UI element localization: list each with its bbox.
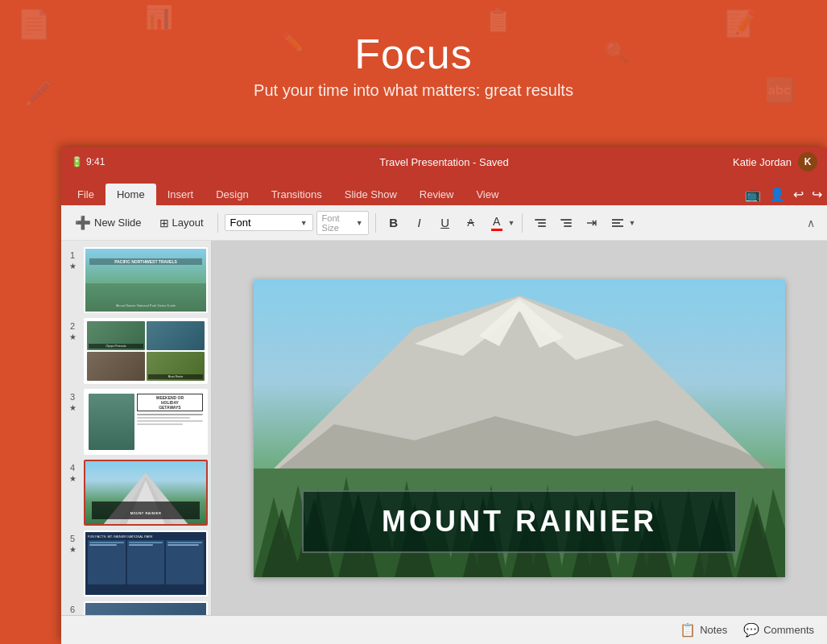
strikethrough-button[interactable]: A [460, 212, 482, 234]
tab-slideshow[interactable]: Slide Show [333, 184, 408, 205]
document-title: Travel Presentation - Saved [379, 156, 509, 168]
notes-button[interactable]: 📋 Notes [680, 622, 727, 638]
slide-number-col-6: 6 [64, 601, 81, 614]
tab-insert[interactable]: Insert [156, 184, 205, 205]
slide-panel: 1 ★ PACIFIC NORTHWEST TRAVELS Mount Rain… [61, 241, 212, 615]
italic-button[interactable]: I [408, 212, 431, 234]
list-item[interactable]: 1 ★ PACIFIC NORTHWEST TRAVELS Mount Rain… [64, 247, 208, 313]
font-color-button[interactable]: A [486, 212, 508, 234]
new-slide-button[interactable]: ➕ New Slide [68, 211, 149, 234]
tab-design[interactable]: Design [205, 184, 259, 205]
align-button[interactable] [606, 212, 629, 234]
comments-icon: 💬 [743, 622, 759, 638]
tab-view[interactable]: View [465, 184, 510, 205]
slide-star-3: ★ [69, 403, 76, 412]
notes-icon: 📋 [680, 622, 696, 638]
slide-star-5: ★ [69, 545, 76, 554]
undo-icon[interactable]: ↩ [793, 187, 804, 202]
redo-icon[interactable]: ↪ [812, 187, 822, 202]
size-dropdown-arrow: ▼ [356, 219, 363, 227]
slide-number-col-3: 3 ★ [64, 389, 81, 412]
font-dropdown[interactable]: Font ▼ [225, 214, 313, 231]
slide-number-col-5: 5 ★ [64, 530, 81, 554]
layout-icon: ⊞ [159, 217, 169, 229]
ppt-window: 🔋 9:41 Travel Presentation - Saved Katie… [61, 147, 827, 644]
toolbar-sep-3 [522, 213, 523, 233]
user-info: Katie Jordan K [733, 152, 817, 171]
tab-transitions[interactable]: Transitions [260, 184, 333, 205]
list-item[interactable]: 2 ★ Olympic Peninsula Mount Rainier [64, 318, 208, 384]
toolbar-expand[interactable]: ∧ [801, 213, 821, 233]
slide-number-col-1: 1 ★ [64, 247, 81, 270]
slide-thumb-6[interactable] [84, 601, 208, 615]
underline-button[interactable]: U [434, 212, 457, 234]
slide-thumb-5[interactable]: FUN FACTS: MT. RAINIER NATIONAL PARK [84, 530, 208, 597]
slide-number-2: 2 [70, 321, 75, 331]
numbered-list-icon [559, 217, 573, 229]
slide-number-col-2: 2 ★ [64, 318, 81, 341]
slide-title-box[interactable]: MOUNT RAINIER [302, 490, 737, 553]
slide-view: MOUNT RAINIER [212, 241, 827, 615]
slide-number-3: 3 [70, 392, 75, 402]
list-item[interactable]: 4 ★ MOUNT RAINIER [64, 460, 208, 526]
tab-review[interactable]: Review [408, 184, 465, 205]
slide-star-1: ★ [69, 262, 76, 270]
align-arrow: ▼ [629, 219, 636, 227]
focus-title: Focus [354, 30, 473, 78]
focus-subtitle: Put your time into what matters: great r… [254, 81, 573, 100]
slide-thumb-1[interactable]: PACIFIC NORTHWEST TRAVELS Mount Rainier … [84, 247, 208, 313]
color-indicator [491, 229, 502, 231]
numbered-list-button[interactable] [555, 212, 577, 234]
user-avatar[interactable]: K [798, 152, 817, 171]
list-item[interactable]: 3 ★ WEEKEND ORHOLIDAYGETAWAYS [64, 389, 208, 455]
layout-button[interactable]: ⊞ Layout [152, 213, 211, 233]
user-name: Katie Jordan [733, 156, 792, 168]
font-dropdown-arrow: ▼ [300, 219, 308, 227]
indent-button[interactable]: ⇥ [581, 212, 603, 234]
bullet-list-button[interactable] [529, 212, 552, 234]
ribbon-icons: 📺 👤 ↩ ↪ [745, 187, 822, 202]
list-item[interactable]: 5 ★ FUN FACTS: MT. RAINIER NATIONAL PARK [64, 530, 208, 597]
slide-thumb-3[interactable]: WEEKEND ORHOLIDAYGETAWAYS [84, 389, 208, 455]
toolbar-sep-1 [217, 213, 218, 233]
bullet-list-icon [533, 217, 548, 229]
slide-canvas[interactable]: MOUNT RAINIER [254, 279, 785, 577]
slide-number-col-4: 4 ★ [64, 460, 81, 483]
bottom-bar: 📋 Notes 💬 Comments [61, 615, 827, 644]
comments-button[interactable]: 💬 Comments [743, 622, 814, 638]
tab-file[interactable]: File [66, 184, 105, 205]
list-item[interactable]: 6 [64, 601, 208, 615]
slide-star-4: ★ [69, 474, 76, 483]
status-time: 🔋 9:41 [71, 156, 105, 167]
slide-number-4: 4 [70, 463, 75, 473]
bold-button[interactable]: B [382, 212, 405, 234]
people-icon[interactable]: 👤 [769, 187, 785, 202]
slide-number-1: 1 [70, 250, 75, 260]
battery-icon: 🔋 [71, 156, 83, 167]
slide-thumb-4[interactable]: MOUNT RAINIER [84, 460, 208, 526]
slide-main-title: MOUNT RAINIER [382, 505, 657, 538]
present-icon[interactable]: 📺 [745, 187, 761, 202]
new-slide-icon: ➕ [75, 215, 91, 230]
ribbon-tabs: File Home Insert Design Transitions Slid… [61, 176, 827, 205]
slide-thumb-2[interactable]: Olympic Peninsula Mount Rainier [84, 318, 208, 384]
focus-header: Focus Put your time into what matters: g… [0, 0, 827, 129]
title-bar: 🔋 9:41 Travel Presentation - Saved Katie… [61, 147, 827, 176]
slide-number-5: 5 [70, 534, 75, 543]
slide-number-6: 6 [70, 605, 75, 614]
toolbar-sep-2 [375, 213, 376, 233]
slide-star-2: ★ [69, 332, 76, 341]
toolbar: ➕ New Slide ⊞ Layout Font ▼ Font Size ▼ … [61, 205, 827, 241]
tab-home[interactable]: Home [105, 184, 156, 205]
font-color-arrow: ▼ [508, 219, 515, 227]
font-size-dropdown[interactable]: Font Size ▼ [316, 211, 369, 235]
main-area: 1 ★ PACIFIC NORTHWEST TRAVELS Mount Rain… [61, 241, 827, 615]
